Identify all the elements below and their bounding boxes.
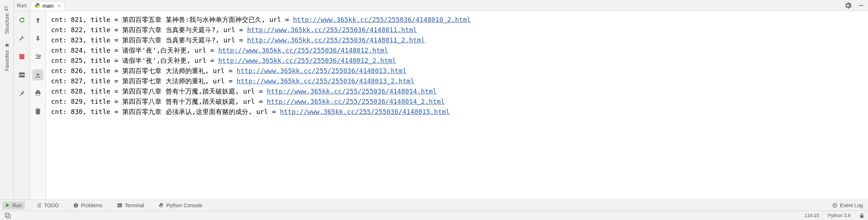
console-url-link[interactable]: http://www.365kk.cc/255/255036/4148010_2…	[293, 16, 471, 23]
svg-rect-23	[860, 215, 864, 218]
console-line: cnt: 828, title = 第四百零八章 曾有十万魔,踏天破妖庭, ur…	[51, 86, 863, 96]
python-icon	[159, 203, 164, 208]
svg-rect-11	[36, 94, 39, 96]
down-button[interactable]	[32, 33, 43, 44]
soft-wrap-button[interactable]	[32, 51, 43, 62]
print-icon	[35, 90, 41, 96]
wrench-icon	[19, 35, 25, 42]
console-line: cnt: 823, title = 第四百零六章 当真要与天庭斗?, url =…	[51, 35, 863, 45]
console-url-link[interactable]: http://www.365kk.cc/255/255036/4148011_2…	[247, 36, 425, 44]
svg-rect-16	[75, 204, 76, 205]
bottom-tool-tabs: Run TODO Problems Terminal Python Consol…	[0, 200, 868, 210]
up-button[interactable]	[32, 15, 43, 26]
console-url-link[interactable]: http://www.365kk.cc/255/255036/4148011.h…	[247, 26, 417, 34]
interpreter-indicator[interactable]: Python 3.8	[828, 213, 850, 218]
stop-icon	[19, 54, 24, 59]
run-label: Run:	[17, 3, 28, 8]
cursor-position[interactable]: 116:15	[805, 213, 819, 218]
list-icon	[36, 203, 42, 208]
hide-button[interactable]	[857, 1, 865, 10]
svg-rect-12	[36, 110, 40, 114]
svg-point-20	[834, 205, 836, 206]
python-console-tab[interactable]: Python Console	[156, 201, 205, 209]
terminal-tab-label: Terminal	[125, 202, 144, 208]
rerun-button[interactable]	[16, 15, 27, 26]
console-line: cnt: 825, title = 请假半'夜',白天补更, url = htt…	[51, 56, 863, 66]
arrow-down-icon	[35, 35, 41, 42]
event-log-tab[interactable]: Event Log	[829, 201, 866, 209]
run-tool-column-left	[14, 11, 30, 200]
status-project-button[interactable]	[4, 212, 12, 220]
console-line: cnt: 827, title = 第四百零七章 大法师的重礼, url = h…	[51, 76, 863, 86]
svg-rect-14	[37, 108, 39, 109]
console-line: cnt: 821, title = 第四百零五章 某神兽:我与水神单方面神交已久…	[51, 15, 863, 25]
trash-icon	[35, 108, 41, 115]
run-config-tab[interactable]: main ✕	[31, 1, 65, 11]
structure-tool-tab[interactable]: Structure	[3, 1, 11, 38]
run-panel: Run: main ✕	[14, 0, 868, 200]
svg-rect-3	[7, 6, 7, 9]
windows-icon	[5, 213, 11, 219]
stop-button[interactable]	[16, 51, 27, 62]
svg-rect-2	[4, 6, 5, 9]
scroll-to-end-button[interactable]	[32, 69, 43, 80]
console-url-link[interactable]: http://www.365kk.cc/255/255036/4148014.h…	[267, 87, 437, 95]
layout-button[interactable]	[16, 69, 27, 80]
structure-icon	[4, 6, 9, 11]
run-config-name: main	[43, 3, 54, 9]
svg-rect-5	[19, 54, 24, 59]
pin-icon	[19, 90, 25, 96]
console-line: cnt: 829, title = 第四百零八章 曾有十万魔,踏天破妖庭, ur…	[51, 96, 863, 107]
console-line: cnt: 826, title = 第四百零七章 大法师的重礼, url = h…	[51, 66, 863, 76]
lock-indicator[interactable]	[859, 213, 864, 218]
run-tool-column-right	[30, 11, 46, 200]
svg-rect-21	[5, 213, 9, 217]
close-icon[interactable]: ✕	[57, 3, 61, 8]
star-icon	[4, 43, 9, 48]
console-line: cnt: 822, title = 第四百零六章 当真要与天庭斗?, url =…	[51, 25, 863, 35]
settings-button[interactable]	[844, 1, 852, 10]
svg-rect-1	[7, 10, 8, 11]
status-bar: 116:15 Python 3.8	[0, 210, 868, 220]
run-body: cnt: 821, title = 第四百零五章 某神兽:我与水神单方面神交已久…	[14, 11, 868, 200]
console-url-link[interactable]: http://www.365kk.cc/255/255036/4148013_2…	[237, 77, 415, 85]
arrow-up-icon	[35, 17, 41, 23]
console-url-link[interactable]: http://www.365kk.cc/255/255036/4148012_2…	[218, 57, 396, 64]
event-log-label: Event Log	[840, 202, 863, 208]
favorites-tool-tab[interactable]: Favorites	[3, 38, 11, 76]
favorites-label: Favorites	[4, 50, 10, 71]
console-url-link[interactable]: http://www.365kk.cc/255/255036/4148014_2…	[267, 98, 445, 105]
svg-rect-4	[859, 5, 863, 6]
svg-rect-6	[19, 72, 25, 75]
console-url-link[interactable]: http://www.365kk.cc/255/255036/4148012.h…	[218, 46, 388, 54]
gear-icon	[845, 2, 851, 9]
problems-tab[interactable]: Problems	[70, 201, 105, 209]
structure-label: Structure	[4, 13, 10, 34]
python-file-icon	[35, 3, 40, 9]
run-tab[interactable]: Run	[2, 201, 25, 209]
svg-rect-13	[35, 109, 40, 110]
console-url-link[interactable]: http://www.365kk.cc/255/255036/4148015.h…	[280, 108, 450, 115]
warning-icon	[73, 203, 78, 208]
console-line: cnt: 830, title = 第四百零九章 必须承认,这里面有赌的成分, …	[51, 107, 863, 117]
run-tab-label: Run	[12, 202, 22, 208]
todo-tab[interactable]: TODO	[34, 201, 62, 209]
rerun-icon	[19, 17, 25, 23]
layout-icon	[19, 72, 25, 78]
console-output[interactable]: cnt: 821, title = 第四百零五章 某神兽:我与水神单方面神交已久…	[46, 11, 868, 200]
modify-run-button[interactable]	[16, 33, 27, 44]
print-button[interactable]	[32, 88, 43, 99]
run-panel-header: Run: main ✕	[14, 0, 868, 11]
terminal-tab[interactable]: Terminal	[114, 201, 147, 209]
python-console-tab-label: Python Console	[166, 202, 202, 208]
problems-tab-label: Problems	[81, 202, 102, 208]
console-url-link[interactable]: http://www.365kk.cc/255/255036/4148013.h…	[237, 67, 407, 75]
pin-button[interactable]	[16, 88, 27, 99]
svg-rect-17	[75, 206, 76, 206]
play-icon	[5, 203, 10, 208]
delete-button[interactable]	[32, 106, 43, 117]
terminal-icon	[117, 203, 122, 208]
scroll-end-icon	[35, 72, 41, 78]
soft-wrap-icon	[35, 53, 41, 60]
minimize-icon	[858, 3, 864, 8]
